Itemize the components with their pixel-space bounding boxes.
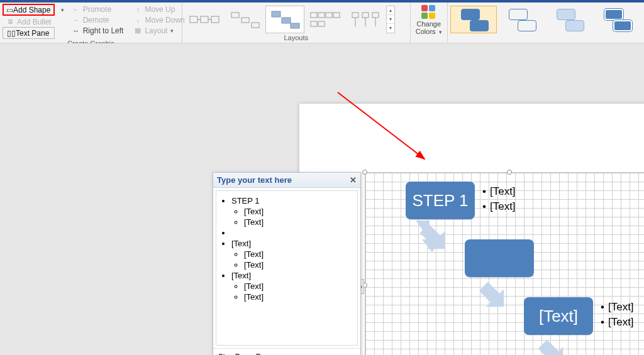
svg-rect-17 [352, 13, 358, 18]
group-layouts-label: Layouts [185, 33, 408, 43]
add-bullet-icon: ≣ [6, 18, 14, 26]
promote-icon: ← [72, 5, 80, 14]
svg-rect-10 [291, 23, 299, 28]
chevron-down-icon: ▾ [439, 29, 442, 35]
add-shape-dd[interactable]: ▾ [58, 4, 66, 16]
svg-rect-6 [242, 18, 249, 23]
smartart-canvas[interactable]: ◂ STEP 1 •[Text] •[Text] [Text] •[Text] … [365, 172, 644, 355]
style-option-2[interactable] [498, 6, 545, 33]
layout-option-5[interactable] [346, 6, 385, 33]
demote-icon: → [72, 16, 80, 25]
promote-button[interactable]: ←Promote [69, 4, 127, 14]
layout-option-2[interactable] [225, 6, 264, 33]
layout-option-3[interactable] [265, 6, 304, 33]
add-shape-label: Add Shape [13, 6, 50, 14]
layout-option-1[interactable] [185, 6, 224, 33]
svg-rect-0 [190, 16, 197, 23]
layout-button[interactable]: ▦Layout▾ [130, 25, 187, 36]
style-option-3[interactable] [546, 6, 592, 33]
text-pane-header[interactable]: Type your text here ✕ [213, 173, 360, 188]
svg-rect-8 [272, 11, 280, 17]
step-shape[interactable]: STEP 1 [406, 182, 475, 219]
text-pane-subitem[interactable]: [Text] [244, 260, 355, 270]
text-pane-icon: ▯▯ [7, 29, 16, 38]
gallery-more-icon[interactable]: ▾ [387, 24, 394, 32]
add-bullet-label: Add Bullet [17, 18, 52, 26]
text-pane-subitem[interactable]: [Text] [244, 207, 355, 216]
step-subtext[interactable]: •[Text] [482, 200, 516, 213]
layouts-scroll[interactable]: ▴ ▾ ▾ [386, 6, 395, 33]
right-to-left-button[interactable]: ↔Right to Left [69, 25, 127, 36]
svg-rect-19 [372, 13, 379, 18]
svg-rect-7 [252, 23, 259, 28]
svg-rect-5 [231, 13, 239, 18]
svg-rect-16 [318, 21, 325, 26]
layout-name: Step Down Process [218, 352, 355, 355]
connector-arrow [469, 278, 509, 319]
text-pane-button[interactable]: ▯▯ Text Pane [3, 27, 55, 39]
svg-rect-18 [362, 13, 369, 18]
text-pane-item[interactable]: [Text][Text][Text] [231, 271, 355, 302]
text-pane-item[interactable] [231, 228, 355, 238]
text-pane-subitem[interactable]: [Text] [244, 249, 355, 259]
svg-rect-9 [282, 18, 291, 23]
layouts-gallery[interactable]: ▴ ▾ ▾ [185, 4, 395, 33]
change-colors-icon [421, 5, 436, 20]
style-option-1[interactable] [450, 6, 497, 33]
text-pane[interactable]: Type your text here ✕ STEP 1[Text][Text]… [213, 172, 361, 355]
text-pane-title: Type your text here [217, 175, 292, 185]
text-pane-subitem[interactable]: [Text] [244, 217, 355, 227]
resize-handle[interactable] [507, 170, 512, 175]
change-colors-button[interactable]: Change Colors ▾ [413, 4, 445, 35]
resize-handle[interactable] [362, 170, 367, 175]
chevron-down-icon: ▾ [61, 7, 64, 13]
step-subtext[interactable]: •[Text] [601, 316, 634, 329]
text-pane-subitem[interactable]: [Text] [244, 281, 355, 291]
style-option-4[interactable] [594, 6, 640, 33]
layout-icon: ▦ [133, 26, 142, 35]
right-to-left-icon: ↔ [72, 26, 80, 35]
svg-rect-2 [211, 16, 219, 23]
text-pane-item[interactable]: STEP 1[Text][Text] [231, 196, 355, 227]
step-subtext[interactable]: •[Text] [601, 301, 634, 314]
text-pane-item[interactable]: [Text][Text][Text] [231, 239, 355, 270]
text-pane-body[interactable]: STEP 1[Text][Text][Text][Text][Text][Tex… [216, 190, 358, 346]
demote-button[interactable]: →Demote [69, 14, 127, 25]
step-subtext[interactable]: •[Text] [482, 185, 516, 198]
svg-rect-13 [326, 13, 332, 18]
connector-arrow [409, 221, 450, 261]
move-up-button[interactable]: ↑Move Up [130, 4, 187, 14]
connector-arrow [528, 336, 568, 355]
text-pane-footer: Step Down Process Use to show a descendi… [213, 348, 360, 355]
move-down-icon: ↓ [133, 16, 142, 25]
gallery-down-icon[interactable]: ▾ [387, 15, 394, 24]
add-shape-icon: ▭ [6, 6, 13, 14]
svg-rect-1 [201, 16, 208, 23]
close-icon[interactable]: ✕ [350, 175, 357, 185]
layout-option-4[interactable] [306, 6, 345, 33]
add-shape-button[interactable]: ▭ Add Shape [3, 4, 55, 16]
chevron-down-icon: ▾ [169, 28, 175, 34]
step-shape[interactable] [465, 239, 534, 277]
move-down-button[interactable]: ↓Move Down [130, 14, 187, 25]
gallery-up-icon[interactable]: ▴ [387, 6, 394, 15]
svg-rect-12 [318, 13, 325, 18]
svg-rect-15 [311, 21, 317, 26]
text-pane-subitem[interactable]: [Text] [244, 292, 355, 302]
styles-gallery[interactable] [450, 4, 641, 33]
step-shape[interactable]: [Text] [524, 297, 593, 335]
move-up-icon: ↑ [133, 5, 142, 14]
text-pane-label: Text Pane [16, 29, 49, 38]
svg-rect-11 [311, 13, 317, 18]
add-bullet-button[interactable]: ≣ Add Bullet [3, 16, 55, 27]
svg-rect-14 [333, 13, 340, 18]
